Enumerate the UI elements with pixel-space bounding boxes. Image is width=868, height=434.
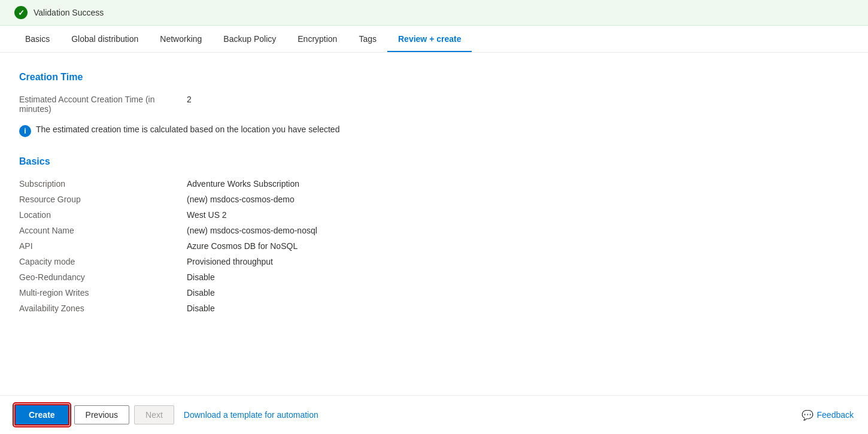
creation-time-section: Creation Time Estimated Account Creation… [19, 72, 579, 139]
multi-region-writes-label: Multi-region Writes [19, 288, 187, 298]
subscription-label: Subscription [19, 179, 187, 189]
tab-tags[interactable]: Tags [348, 26, 387, 52]
geo-redundancy-label: Geo-Redundancy [19, 272, 187, 282]
geo-redundancy-value: Disable [187, 272, 215, 282]
api-row: API Azure Cosmos DB for NoSQL [19, 239, 579, 253]
resource-group-value: (new) msdocs-cosmos-demo [187, 195, 295, 204]
multi-region-writes-value: Disable [187, 288, 215, 298]
tab-networking[interactable]: Networking [149, 26, 213, 52]
basics-title: Basics [19, 156, 579, 167]
location-value: West US 2 [187, 210, 227, 220]
account-name-value: (new) msdocs-cosmos-demo-nosql [187, 226, 317, 235]
api-value: Azure Cosmos DB for NoSQL [187, 241, 298, 251]
capacity-mode-label: Capacity mode [19, 257, 187, 266]
creation-time-title: Creation Time [19, 72, 579, 83]
estimated-time-value: 2 [187, 95, 192, 104]
geo-redundancy-row: Geo-Redundancy Disable [19, 270, 579, 284]
estimated-time-row: Estimated Account Creation Time (in minu… [19, 92, 579, 116]
availability-zones-label: Availability Zones [19, 304, 187, 313]
validation-text: Validation Success [34, 8, 104, 17]
tab-backup-policy[interactable]: Backup Policy [213, 26, 287, 52]
account-name-label: Account Name [19, 226, 187, 235]
capacity-mode-row: Capacity mode Provisioned throughput [19, 254, 579, 269]
estimated-time-label: Estimated Account Creation Time (in minu… [19, 95, 187, 114]
api-label: API [19, 241, 187, 251]
tab-review-create[interactable]: Review + create [387, 26, 472, 52]
subscription-value: Adventure Works Subscription [187, 179, 299, 189]
validation-check-icon: ✓ [14, 6, 28, 19]
resource-group-row: Resource Group (new) msdocs-cosmos-demo [19, 192, 579, 207]
multi-region-writes-row: Multi-region Writes Disable [19, 286, 579, 300]
account-name-row: Account Name (new) msdocs-cosmos-demo-no… [19, 223, 579, 238]
info-note-text: The estimated creation time is calculate… [36, 125, 339, 134]
location-label: Location [19, 210, 187, 220]
location-row: Location West US 2 [19, 208, 579, 222]
availability-zones-value: Disable [187, 304, 215, 313]
creation-time-note: i The estimated creation time is calcula… [19, 122, 579, 139]
tab-encryption[interactable]: Encryption [287, 26, 348, 52]
main-content: Creation Time Estimated Account Creation… [0, 53, 599, 365]
info-icon: i [19, 125, 31, 137]
subscription-row: Subscription Adventure Works Subscriptio… [19, 177, 579, 191]
basics-section: Basics Subscription Adventure Works Subs… [19, 156, 579, 315]
availability-zones-row: Availability Zones Disable [19, 301, 579, 315]
capacity-mode-value: Provisioned throughput [187, 257, 273, 266]
tabs-navigation: Basics Global distribution Networking Ba… [0, 26, 868, 53]
resource-group-label: Resource Group [19, 195, 187, 204]
validation-banner: ✓ Validation Success [0, 0, 868, 26]
tab-basics[interactable]: Basics [14, 26, 60, 52]
tab-global-distribution[interactable]: Global distribution [60, 26, 149, 52]
